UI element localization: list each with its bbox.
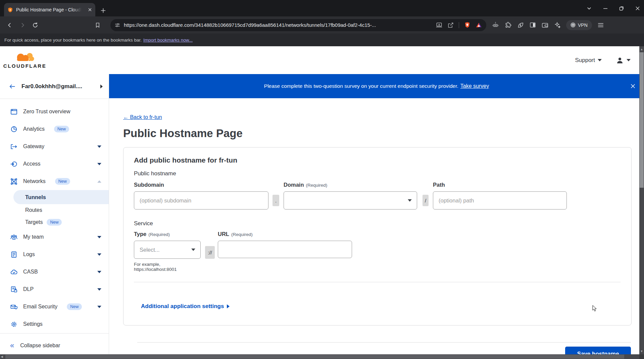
overview-window-icon [10,108,18,116]
sidebar-item-label: Zero Trust overview [23,109,70,115]
new-badge: New [55,178,70,185]
cloudflare-logo[interactable]: CLOUDFLARE [7,52,43,69]
tab-search-chevron-icon[interactable] [587,6,592,11]
sidebar-panel-icon[interactable] [529,21,536,28]
survey-message: Please complete this two-question survey… [264,83,458,89]
tab-close-icon[interactable] [88,8,92,12]
type-select[interactable]: Select... [134,241,201,259]
window-restore-button[interactable] [619,6,624,11]
chevron-down-icon[interactable] [97,163,101,165]
sidebar-item-casb[interactable]: CASB [0,263,109,281]
vpn-button[interactable]: − VPN [566,20,592,30]
extensions-puzzle-icon[interactable] [504,21,512,29]
account-switcher[interactable]: Far0.0okhhh@gmail.... [0,74,109,99]
chevron-down-icon[interactable] [97,288,101,291]
scroll-down-icon[interactable]: ▼ [639,350,644,353]
vertical-scrollbar-thumb[interactable] [640,52,644,188]
sidebar-item-label: Gateway [23,143,44,149]
collapse-chevrons-icon: « [10,342,14,349]
sidebar-item-gateway[interactable]: Gateway [0,138,109,155]
path-input[interactable] [433,191,567,210]
scroll-up-icon[interactable]: ▲ [639,48,644,51]
chevron-down-icon [408,199,412,202]
domain-required-hint: (Required) [306,183,328,188]
chevron-down-icon[interactable] [97,306,101,308]
back-button[interactable] [6,22,13,28]
subdomain-input[interactable] [134,191,268,210]
page-title: Public Hostname Page [123,127,644,140]
additional-settings-label: Additional application settings [141,303,224,310]
chevron-down-icon[interactable] [97,145,101,148]
wallet-icon[interactable] [541,21,549,29]
brave-leaf-icon[interactable] [517,21,524,29]
chevron-down-icon[interactable] [97,271,101,273]
bookmark-icon[interactable] [95,22,101,28]
path-label: Path [433,182,567,188]
collapse-sidebar-button[interactable]: « Collapse sidebar [10,342,60,349]
brave-rewards-bat-icon[interactable] [476,22,482,28]
support-menu[interactable]: Support [575,57,602,64]
sidebar-item-label: Settings [23,321,43,327]
sidebar-item-email-security[interactable]: Email Security New [0,298,109,315]
new-badge: New [47,219,62,226]
leo-sparkles-icon[interactable] [554,21,561,29]
sidebar-item-zero-trust-overview[interactable]: Zero Trust overview [0,103,109,120]
sidebar-item-my-team[interactable]: My team [0,228,109,246]
back-to-tunnel-link[interactable]: ← Back to fr-tun [123,114,162,120]
cloudflare-cloud-icon [12,52,37,63]
sidebar-item-label: My team [23,234,44,240]
type-field-group: Type(Required) Select... For example, ht… [134,231,201,272]
reload-button[interactable] [32,22,39,28]
leo-ai-robot-icon[interactable] [492,21,499,29]
window-minimize-button[interactable] [603,6,608,11]
back-arrow-icon[interactable] [9,83,16,90]
collapse-label: Collapse sidebar [20,343,60,349]
chevron-down-icon[interactable] [97,236,101,238]
menu-hamburger-icon[interactable] [597,21,604,29]
additional-settings-link[interactable]: Additional application settings [141,303,631,310]
bookmarks-bar: For quick access, place your bookmarks h… [0,34,644,46]
expand-account-icon[interactable] [100,84,103,88]
sidebar-item-networks[interactable]: Networks New [0,173,109,190]
sidebar-item-dlp[interactable]: DLP [0,281,109,298]
sidebar-item-logs[interactable]: Logs [0,246,109,263]
subdomain-field-group: Subdomain [134,182,268,210]
browser-tab[interactable]: Public Hostname Page - Cloudf [4,3,95,16]
new-badge: New [54,126,69,132]
sidebar-item-settings[interactable]: Settings [0,315,109,333]
horizontal-scrollbar[interactable]: ◀ [0,354,639,359]
url-bar[interactable]: https://one.dash.cloudflare.com/3414882b… [110,19,486,31]
brave-shields-icon[interactable] [464,21,471,28]
share-icon[interactable] [447,22,454,28]
sidebar-subitem-targets[interactable]: Targets New [0,216,109,228]
sidebar-item-access[interactable]: Access [0,155,109,173]
import-bookmarks-link[interactable]: Import bookmarks now... [143,38,193,43]
account-menu[interactable] [616,56,631,64]
footer-divider [137,342,631,343]
save-page-laptop-icon[interactable] [436,21,443,28]
horizontal-scrollbar-thumb[interactable] [5,355,624,359]
analytics-pie-icon [10,125,18,133]
forward-button[interactable] [19,22,26,28]
url-text[interactable]: https://one.dash.cloudflare.com/3414882b… [124,22,433,28]
chevron-down-icon [598,59,602,61]
new-tab-button[interactable] [100,7,106,14]
sidebar: Far0.0okhhh@gmail.... Zero Trust overvie… [0,74,109,359]
domain-select[interactable] [284,191,417,210]
sidebar-item-label: Email Security [23,304,57,310]
site-settings-tune-icon[interactable] [114,22,120,28]
banner-close-icon[interactable] [630,83,636,89]
email-security-icon [10,303,18,311]
sidebar-subitem-tunnels-selected[interactable]: Tunnels [13,190,109,204]
url-input[interactable] [218,241,352,258]
vertical-scrollbar[interactable]: ▲ ▼ [639,46,644,354]
bookmarks-hint-text: For quick access, place your bookmarks h… [4,38,142,43]
slash-separator: / [423,195,429,206]
tab-title: Public Hostname Page - Cloudf [16,7,82,12]
chevron-up-icon[interactable] [97,180,101,183]
sidebar-item-analytics[interactable]: Analytics New [0,120,109,138]
window-close-button[interactable] [635,6,640,11]
sidebar-subitem-routes[interactable]: Routes [0,204,109,216]
chevron-down-icon[interactable] [97,253,101,256]
take-survey-link[interactable]: Take survey [460,83,489,89]
